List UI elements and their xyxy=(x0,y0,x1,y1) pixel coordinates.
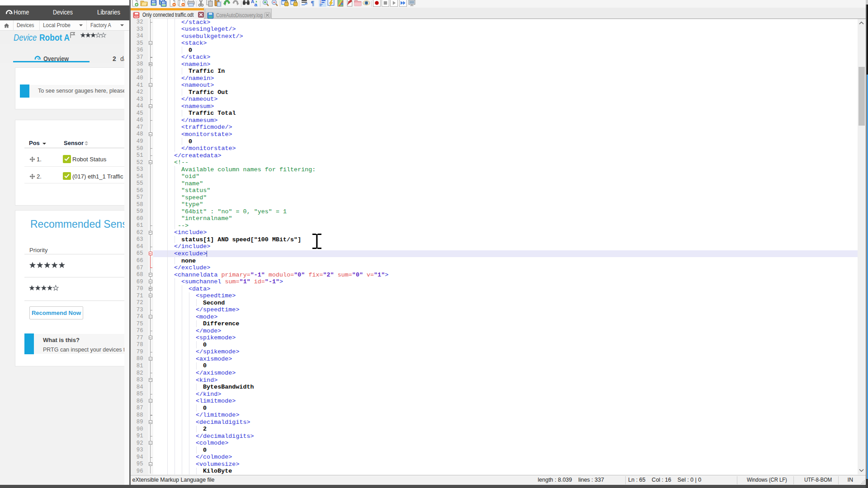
svg-text:¶: ¶ xyxy=(311,0,314,7)
